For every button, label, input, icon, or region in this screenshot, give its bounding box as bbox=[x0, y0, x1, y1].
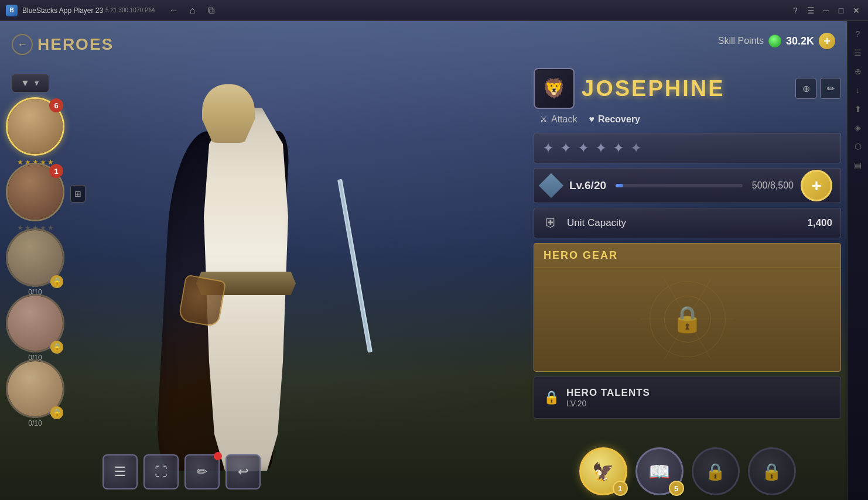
hero-lock-badge-4: 🔒 bbox=[50, 341, 63, 354]
star-1: ✦ bbox=[542, 140, 554, 156]
hero-list-item-3[interactable]: 🔒 0/10 bbox=[6, 228, 64, 287]
skill-points-value: 30.2K bbox=[786, 35, 814, 47]
hero-talents-title: HERO TALENTS bbox=[566, 387, 650, 399]
rt-btn-7[interactable]: ⬡ bbox=[850, 138, 866, 155]
hero-emblem: 🦁 bbox=[534, 68, 575, 109]
skill-points-label: Skill Points bbox=[718, 36, 764, 46]
back-button[interactable]: ← HEROES bbox=[12, 34, 114, 55]
talents-info: HERO TALENTS LV.20 bbox=[566, 387, 650, 408]
hero-name-section: 🦁 JOSEPHINE ⊕ ✏ bbox=[534, 68, 841, 109]
attack-icon: ⚔ bbox=[539, 114, 548, 125]
star-5: ✦ bbox=[613, 140, 624, 156]
hero-action-icons: ⊕ ✏ bbox=[795, 78, 841, 99]
action-3-icon: 🔒 bbox=[705, 462, 726, 481]
rt-btn-5[interactable]: ⬆ bbox=[850, 101, 866, 117]
action-button-2[interactable]: 📖 5 bbox=[635, 447, 684, 495]
rt-btn-8[interactable]: ▤ bbox=[850, 157, 866, 173]
action-button-3[interactable]: 🔒 bbox=[692, 447, 740, 495]
action-4-icon: 🔒 bbox=[761, 462, 782, 481]
hero-talents-section[interactable]: 🔒 HERO TALENTS LV.20 bbox=[534, 376, 841, 419]
minimize-btn[interactable]: ─ bbox=[820, 5, 832, 16]
level-xp: 500/8,500 bbox=[752, 180, 794, 191]
recovery-icon: ♥ bbox=[589, 114, 594, 125]
rt-btn-1[interactable]: ? bbox=[850, 26, 866, 42]
nav-home-btn[interactable]: ⌂ bbox=[186, 4, 200, 18]
action-button-4[interactable]: 🔒 bbox=[748, 447, 796, 495]
talents-lock-icon: 🔒 bbox=[544, 390, 559, 405]
edit-notification-badge bbox=[214, 452, 222, 460]
hero-gear-title: HERO GEAR bbox=[534, 244, 840, 268]
back-icon: ← bbox=[12, 34, 33, 55]
close-btn[interactable]: ✕ bbox=[850, 5, 862, 16]
level-progress-fill bbox=[616, 184, 623, 187]
edit-button[interactable]: ✏ bbox=[184, 454, 220, 489]
titlebar-nav: ← ⌂ ⧉ bbox=[167, 4, 218, 18]
unit-capacity-label: Unit Capacity bbox=[567, 217, 626, 229]
hero-count-5: 0/10 bbox=[6, 419, 64, 427]
help-btn[interactable]: ? bbox=[790, 5, 801, 16]
game-area: ← HEROES Skill Points 30.2K + ▼ ▼ 6 ★ ★ bbox=[0, 21, 847, 500]
action-button-1[interactable]: 🦅 1 bbox=[579, 447, 627, 495]
hero-type-tabs: ⚔ Attack ♥ Recovery bbox=[539, 114, 640, 125]
skill-points-bar: Skill Points 30.2K + bbox=[718, 33, 835, 49]
action-1-icon: 🦅 bbox=[592, 461, 614, 482]
hero-crosshair-btn[interactable]: ⊕ bbox=[795, 78, 816, 99]
unit-capacity-value: 1,400 bbox=[807, 217, 832, 229]
skill-points-gem-icon bbox=[768, 35, 781, 47]
window-controls: ? ☰ ─ □ ✕ bbox=[790, 5, 862, 16]
hero-list-item-4[interactable]: 🔒 0/10 bbox=[6, 294, 64, 352]
game-header: ← HEROES Skill Points 30.2K + bbox=[0, 21, 847, 68]
rt-btn-3[interactable]: ⊕ bbox=[850, 63, 866, 80]
info-panel: 🦁 JOSEPHINE ⊕ ✏ ⚔ Attack ♥ Recovery ✦ ✦ … bbox=[528, 42, 847, 500]
hero-list-panel: 6 ★ ★ ★ ★ ★ 1 ★ ★ ★ ★ bbox=[0, 21, 97, 500]
hero-name-text: JOSEPHINE bbox=[582, 76, 725, 101]
hero-level-badge-josephine: 6 bbox=[49, 98, 63, 112]
star-2: ✦ bbox=[560, 140, 572, 156]
app-name: BlueStacks App Player 23 bbox=[22, 6, 103, 15]
menu-btn[interactable]: ☰ bbox=[805, 5, 816, 16]
star-4: ✦ bbox=[595, 140, 607, 156]
hero-talents-level: LV.20 bbox=[566, 399, 650, 408]
hero-list-item-josephine[interactable]: 6 ★ ★ ★ ★ ★ bbox=[6, 97, 64, 156]
filter-icon: ▼ bbox=[20, 78, 30, 88]
level-diamond-icon bbox=[539, 173, 563, 198]
hero-list-item-5[interactable]: 🔒 0/10 bbox=[6, 359, 64, 418]
app-icon: B bbox=[6, 5, 18, 16]
unit-capacity-icon: ⛨ bbox=[542, 214, 560, 232]
bottom-action-buttons: 🦅 1 📖 5 🔒 🔒 bbox=[579, 447, 796, 495]
filter-arrow: ▼ bbox=[33, 79, 40, 87]
title-bar: B BlueStacks App Player 23 5.21.300.1070… bbox=[0, 0, 868, 21]
rt-btn-6[interactable]: ◈ bbox=[850, 119, 866, 136]
hero-lock-badge-5: 🔒 bbox=[50, 406, 63, 419]
expand-view-button[interactable]: ⛶ bbox=[143, 454, 179, 489]
action-2-badge: 5 bbox=[669, 481, 684, 496]
hero-gear-section: HERO GEAR 🔒 bbox=[534, 243, 841, 372]
maximize-btn[interactable]: □ bbox=[835, 5, 847, 16]
hero-edit-btn[interactable]: ✏ bbox=[820, 78, 841, 99]
unit-capacity-section: ⛨ Unit Capacity 1,400 bbox=[534, 208, 841, 238]
nav-back-btn[interactable]: ← bbox=[167, 4, 181, 18]
attack-tab[interactable]: ⚔ Attack bbox=[539, 114, 577, 125]
star-6: ✦ bbox=[630, 140, 642, 156]
hero-list-item-2[interactable]: 1 ★ ★ ★ ★ ★ bbox=[6, 163, 64, 221]
rt-btn-2[interactable]: ☰ bbox=[850, 44, 866, 61]
grid-view-button[interactable]: ⊞ bbox=[70, 185, 86, 203]
attack-label: Attack bbox=[551, 114, 577, 125]
hero-list: 6 ★ ★ ★ ★ ★ 1 ★ ★ ★ ★ bbox=[6, 97, 64, 418]
level-progress-bar bbox=[616, 184, 743, 187]
xp-max: 8,500 bbox=[770, 180, 794, 190]
level-up-button[interactable]: + bbox=[801, 170, 832, 201]
hero-level-badge-2: 1 bbox=[49, 164, 63, 178]
share-button[interactable]: ↩ bbox=[225, 454, 261, 489]
recovery-tab[interactable]: ♥ Recovery bbox=[589, 114, 640, 125]
filter-button[interactable]: ▼ ▼ bbox=[12, 74, 49, 93]
hero-lock-badge-3: 🔒 bbox=[50, 275, 63, 288]
rt-btn-4[interactable]: ↓ bbox=[850, 82, 866, 98]
nav-duplicate-btn[interactable]: ⧉ bbox=[204, 4, 218, 18]
level-text: Lv.6/20 bbox=[569, 179, 606, 192]
list-view-button[interactable]: ☰ bbox=[102, 454, 138, 489]
action-1-badge: 1 bbox=[613, 481, 628, 496]
star-3: ✦ bbox=[577, 140, 589, 156]
recovery-label: Recovery bbox=[598, 114, 640, 125]
skill-points-add-button[interactable]: + bbox=[819, 33, 835, 49]
